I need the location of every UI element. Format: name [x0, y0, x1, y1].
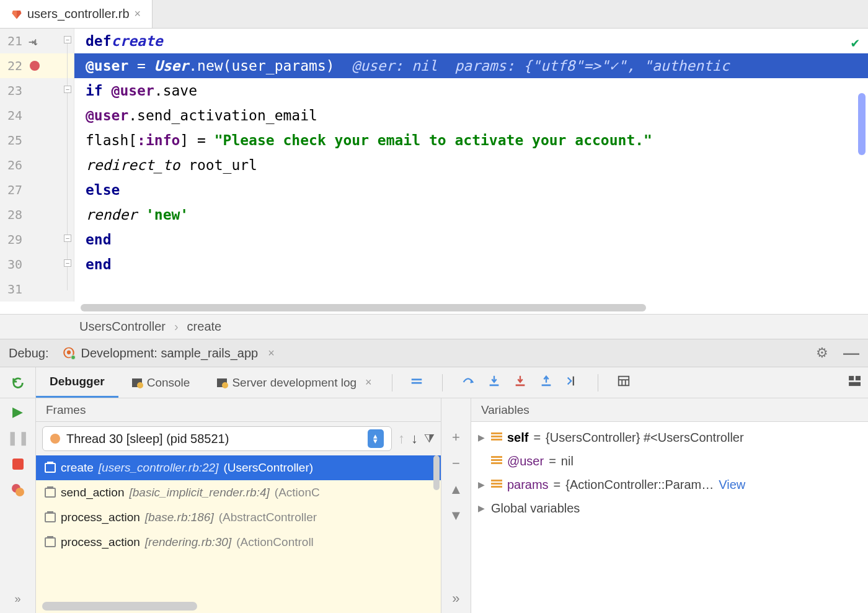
tab-console[interactable]: Console [118, 367, 204, 398]
close-icon[interactable]: × [365, 376, 372, 389]
force-step-into-icon[interactable] [513, 374, 527, 391]
line-number: 26 [7, 158, 22, 172]
svg-rect-3 [411, 382, 422, 384]
frame-icon [45, 512, 56, 522]
tab-server-log[interactable]: Server development log× [203, 367, 385, 398]
add-watch-icon[interactable]: + [452, 429, 460, 445]
variable-row[interactable]: ▶ params = {ActionController::Param… Vie… [477, 473, 862, 496]
debug-config-name[interactable]: Development: sample_rails_app [81, 346, 259, 360]
line-number: 29 [7, 232, 22, 247]
view-breakpoints-button[interactable] [11, 483, 25, 498]
vertical-scrollbar[interactable] [433, 455, 440, 490]
expand-icon[interactable]: ▶ [477, 432, 486, 442]
line-number: 24 [7, 108, 22, 123]
svg-rect-7 [618, 377, 629, 386]
code-body[interactable]: ✔ def create @user = User.new(user_param… [74, 29, 868, 302]
resume-button[interactable]: ▶ [11, 405, 25, 419]
frame-icon [45, 463, 56, 473]
file-tab-users-controller[interactable]: users_controller.rb × [0, 0, 153, 28]
svg-rect-4 [489, 385, 498, 387]
execution-line[interactable]: @user = User.new(user_params) @user: nil… [74, 53, 868, 78]
step-into-icon[interactable] [487, 374, 501, 391]
expand-icon[interactable]: ▶ [477, 503, 486, 513]
breadcrumb-class[interactable]: UsersController [79, 320, 166, 334]
line-number: 27 [7, 182, 22, 197]
variable-row[interactable]: ▶ self = {UsersController} #<UsersContro… [477, 426, 862, 449]
view-link[interactable]: View [719, 478, 745, 492]
rails-run-config-icon: ⦿ [63, 347, 75, 359]
variables-header: Variables [471, 398, 868, 422]
dropdown-stepper-icon[interactable]: ▴▾ [368, 429, 384, 448]
pause-button[interactable]: ❚❚ [11, 431, 25, 445]
step-over-icon[interactable] [461, 374, 475, 391]
fold-toggle-icon[interactable]: − [64, 259, 71, 267]
more-icon[interactable]: » [14, 593, 20, 606]
debug-toolwindow-header: Debug: ⦿ Development: sample_rails_app ×… [0, 339, 868, 367]
fold-toggle-icon[interactable]: − [64, 86, 71, 93]
evaluate-expression-icon[interactable] [617, 374, 631, 391]
svg-rect-13 [849, 382, 861, 386]
variables-toolbar: + − ▲ ▼ » [441, 398, 471, 613]
variable-row[interactable]: @user = nil [477, 449, 862, 473]
frame-icon [45, 488, 56, 498]
file-tab-label: users_controller.rb [27, 7, 130, 21]
fold-toggle-icon[interactable]: − [64, 36, 71, 43]
stack-frame[interactable]: process_action [base.rb:186] (AbstractCo… [36, 505, 441, 530]
show-execution-point-icon[interactable] [410, 374, 423, 391]
stack-frame[interactable]: send_action [basic_implicit_render.rb:4]… [36, 480, 441, 505]
variable-icon [491, 432, 502, 442]
prev-frame-icon[interactable]: ↑ [398, 431, 405, 447]
horizontal-scrollbar[interactable] [42, 602, 197, 611]
breadcrumb[interactable]: UsersController › create [0, 314, 868, 339]
ruby-file-icon [11, 9, 22, 20]
code-editor[interactable]: 21⇥↓ 22 23 24 25 26 27 28 29 30 31 − − −… [0, 29, 868, 314]
next-frame-icon[interactable]: ↓ [411, 431, 418, 447]
line-number: 25 [7, 133, 22, 148]
debug-side-toolbar: ▶ ❚❚ » [0, 398, 36, 613]
stack-frame[interactable]: process_action [rendering.rb:30] (Action… [36, 530, 441, 555]
stack-frame[interactable]: create [users_controller.rb:22] (UsersCo… [36, 455, 441, 480]
line-number: 28 [7, 207, 22, 222]
svg-rect-12 [856, 376, 861, 380]
run-to-cursor-icon[interactable] [565, 374, 579, 391]
tab-debugger[interactable]: Debugger [36, 367, 118, 398]
variable-row[interactable]: ▶ Global variables [477, 496, 862, 520]
thread-selector[interactable]: Thread 30 [sleep] (pid 58521) ▴▾ [42, 426, 392, 451]
svg-rect-5 [515, 385, 525, 387]
move-up-icon[interactable]: ▲ [450, 481, 463, 498]
step-out-icon[interactable] [539, 374, 553, 391]
close-icon[interactable]: × [268, 347, 275, 360]
variables-pane: Variables ▶ self = {UsersController} #<U… [471, 398, 868, 613]
line-number: 21 [7, 34, 22, 48]
frame-icon [45, 537, 56, 547]
frames-list[interactable]: create [users_controller.rb:22] (UsersCo… [36, 455, 441, 613]
breakpoint-icon[interactable] [30, 61, 40, 71]
variable-icon [491, 456, 502, 466]
svg-marker-1 [12, 11, 17, 19]
breadcrumb-method[interactable]: create [187, 320, 222, 334]
variable-icon [491, 480, 502, 490]
rerun-button[interactable] [0, 367, 36, 398]
layout-settings-icon[interactable] [848, 375, 862, 390]
minimize-icon[interactable]: — [843, 344, 859, 363]
fold-toggle-icon[interactable]: − [64, 235, 71, 242]
expand-icon[interactable]: ▶ [477, 480, 486, 490]
svg-rect-6 [541, 385, 551, 387]
line-number: 23 [7, 83, 22, 98]
editor-gutter[interactable]: 21⇥↓ 22 23 24 25 26 27 28 29 30 31 − − −… [0, 29, 74, 302]
horizontal-scrollbar[interactable] [0, 302, 868, 314]
method-separator-icon: ⇥↓ [29, 35, 36, 48]
svg-rect-11 [849, 376, 854, 380]
more-icon[interactable]: » [452, 591, 459, 607]
close-icon[interactable]: × [135, 7, 141, 20]
move-down-icon[interactable]: ▼ [450, 508, 463, 524]
gear-icon[interactable]: ⚙ [816, 345, 828, 361]
line-number: 30 [7, 257, 22, 272]
line-number: 31 [7, 282, 22, 297]
stop-button[interactable] [11, 457, 25, 472]
variables-list[interactable]: ▶ self = {UsersController} #<UsersContro… [471, 422, 868, 613]
fold-column[interactable]: − − − − [62, 29, 73, 302]
line-number: 22 [7, 58, 22, 73]
remove-watch-icon[interactable]: − [452, 455, 460, 472]
console-icon [132, 378, 142, 387]
